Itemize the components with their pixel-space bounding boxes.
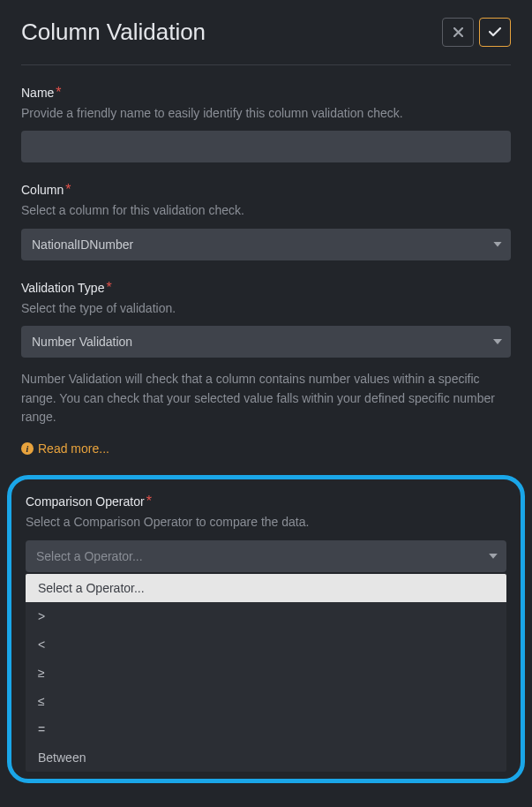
- page-title: Column Validation: [21, 19, 206, 46]
- option-gt[interactable]: >: [26, 602, 506, 630]
- name-input[interactable]: [21, 131, 511, 162]
- required-asterisk: *: [106, 280, 111, 295]
- comparison-placeholder: Select a Operator...: [36, 549, 143, 563]
- validation-type-value: Number Validation: [32, 335, 132, 349]
- name-label: Name: [21, 86, 54, 100]
- option-placeholder[interactable]: Select a Operator...: [26, 574, 506, 602]
- validation-type-help: Select the type of validation.: [21, 299, 511, 317]
- comparison-field: Comparison Operator* Select a Comparison…: [26, 494, 506, 771]
- option-eq[interactable]: =: [26, 715, 506, 743]
- validation-type-select[interactable]: Number Validation: [21, 326, 511, 358]
- comparison-highlight: Comparison Operator* Select a Comparison…: [7, 475, 525, 782]
- modal-header: Column Validation: [21, 18, 511, 65]
- option-lte[interactable]: ≤: [26, 687, 506, 715]
- column-validation-modal: Column Validation Name* Provide a friend…: [0, 0, 532, 801]
- comparison-dropdown: Select a Operator... > < ≥ ≤ = Between: [26, 574, 506, 772]
- name-help: Provide a friendly name to easily identi…: [21, 104, 511, 122]
- column-help: Select a column for this validation chec…: [21, 201, 511, 219]
- option-lt[interactable]: <: [26, 630, 506, 659]
- option-gte[interactable]: ≥: [26, 659, 506, 687]
- column-field: Column* Select a column for this validat…: [21, 182, 511, 260]
- validation-type-select-wrap: Number Validation: [21, 326, 511, 358]
- info-icon: i: [21, 442, 34, 455]
- read-more-label: Read more...: [38, 441, 109, 456]
- required-asterisk: *: [65, 182, 71, 197]
- validation-type-description: Number Validation will check that a colu…: [21, 370, 511, 427]
- comparison-select[interactable]: Select a Operator...: [26, 540, 506, 572]
- option-between[interactable]: Between: [26, 743, 506, 772]
- check-icon: [489, 27, 501, 37]
- cancel-button[interactable]: [442, 18, 474, 47]
- required-asterisk: *: [56, 85, 61, 100]
- validation-type-field: Validation Type* Select the type of vali…: [21, 280, 511, 456]
- comparison-help: Select a Comparison Operator to compare …: [26, 513, 506, 531]
- required-asterisk: *: [146, 494, 152, 509]
- header-actions: [442, 18, 511, 47]
- name-field: Name* Provide a friendly name to easily …: [21, 85, 511, 162]
- read-more-link[interactable]: i Read more...: [21, 441, 109, 456]
- comparison-select-wrap: Select a Operator...: [26, 540, 506, 572]
- comparison-label: Comparison Operator: [26, 494, 145, 509]
- column-select-value: NationalIDNumber: [32, 238, 133, 252]
- column-select-wrap: NationalIDNumber: [21, 229, 511, 260]
- close-icon: [453, 27, 463, 37]
- column-label: Column: [21, 183, 64, 197]
- column-select[interactable]: NationalIDNumber: [21, 229, 511, 260]
- validation-type-label: Validation Type: [21, 281, 104, 295]
- confirm-button[interactable]: [479, 18, 511, 47]
